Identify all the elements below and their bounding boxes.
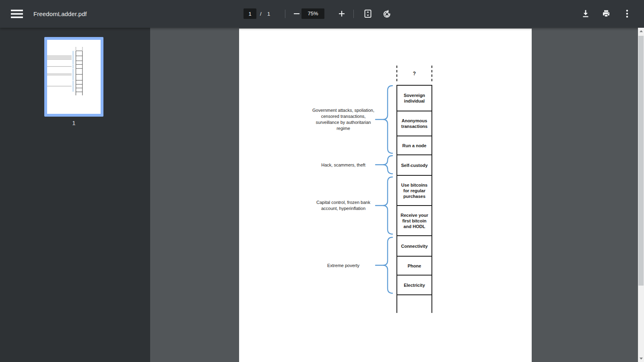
ladder-rung: Use bitcoins for regular purchases (397, 176, 431, 206)
fit-page-button[interactable] (359, 5, 377, 23)
ladder-rung-label: Sovereign individual (399, 93, 429, 104)
zoom-in-button[interactable] (333, 5, 351, 23)
ladder-rung-label: Connectivity (401, 243, 427, 249)
thumbnail-page (47, 40, 101, 114)
page-separator: / (260, 0, 262, 28)
kebab-icon (626, 9, 628, 18)
page-thumbnail[interactable] (44, 37, 103, 117)
scroll-down-button[interactable] (638, 355, 644, 362)
ladder-rung-label: Electricity (404, 282, 425, 288)
zoom-level-display: 75% (301, 8, 324, 19)
print-icon (602, 9, 611, 18)
page-number-input[interactable] (244, 8, 256, 19)
thumbnail-page-number: 1 (44, 119, 103, 126)
ladder-rung: Electricity (397, 276, 431, 295)
menu-button[interactable] (8, 5, 26, 23)
thumbnail-sidebar: 1 (0, 28, 150, 362)
download-button[interactable] (577, 5, 594, 23)
document-viewport: ? Sovereign individualAnonymous transact… (150, 28, 638, 362)
ladder-dashed-top: ? (396, 66, 432, 81)
document-title: FreedomLadder.pdf (33, 0, 87, 28)
minus-icon (293, 10, 300, 17)
scroll-up-button[interactable] (638, 28, 644, 35)
thumbnail-preview (47, 40, 101, 114)
ladder-rung: Sovereign individual (397, 86, 431, 111)
toolbar-divider (285, 10, 285, 18)
down-arrow-icon (640, 358, 643, 360)
curly-brace (373, 85, 394, 154)
toolbar: FreedomLadder.pdf / 1 75% (0, 0, 644, 28)
more-options-button[interactable] (618, 5, 636, 23)
ladder-rung-label: Anonymous transactions (399, 118, 429, 129)
vertical-scrollbar[interactable] (638, 28, 644, 362)
ladder-rung-label: Self-custody (401, 162, 427, 168)
ladder-open-bottom (396, 295, 432, 313)
scrollbar-thumb[interactable] (638, 36, 644, 286)
pdf-page: ? Sovereign individualAnonymous transact… (239, 29, 532, 362)
ladder-rung: Connectivity (397, 236, 431, 257)
up-arrow-icon (640, 30, 643, 32)
toolbar-divider (353, 10, 354, 18)
pdf-viewer-window: FreedomLadder.pdf / 1 75% (0, 0, 644, 362)
fit-to-page-icon (363, 9, 373, 19)
ladder-rung: Self-custody (397, 155, 431, 176)
print-button[interactable] (597, 5, 615, 23)
ladder-rung-label: Receive your first bitcoin and HODL (399, 212, 429, 229)
page-count-label: 1 (267, 0, 270, 28)
download-icon (581, 9, 590, 18)
brace-label: Capital control, frozen bank account, hy… (313, 200, 374, 212)
plus-icon (339, 10, 345, 17)
rotate-button[interactable] (378, 5, 396, 23)
ladder-rung: Run a node (397, 136, 431, 155)
ladder-rung: Anonymous transactions (397, 111, 431, 136)
ladder-rung-label: Run a node (402, 143, 427, 148)
ladder-rung-label: Phone (408, 263, 421, 269)
curly-brace (373, 177, 394, 234)
ladder-question-label: ? (413, 71, 416, 76)
rotate-ccw-icon (382, 9, 392, 19)
hamburger-icon (11, 10, 23, 18)
ladder: Sovereign individualAnonymous transactio… (396, 85, 432, 295)
ladder-rung-label: Use bitcoins for regular purchases (399, 182, 429, 199)
brace-label: Extreme poverty (297, 262, 390, 268)
ladder-rung: Receive your first bitcoin and HODL (397, 206, 431, 236)
ladder-rung: Phone (397, 257, 431, 276)
brace-label: Government attacks, spoliation, censored… (312, 107, 375, 132)
brace-label: Hack, scammers, theft (297, 162, 390, 168)
